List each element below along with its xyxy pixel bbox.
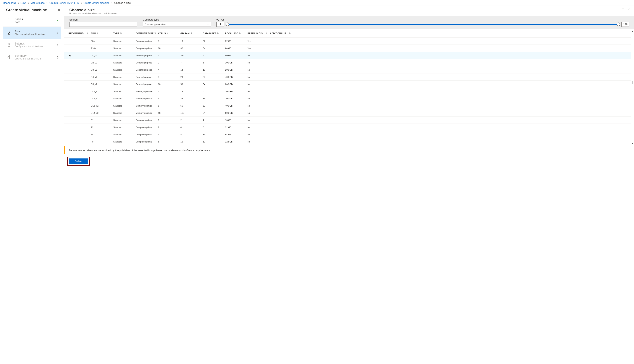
- cell-compute-type: General purpose: [136, 62, 158, 64]
- slider-handle-min[interactable]: [226, 22, 229, 26]
- cell-vcpus: 16: [158, 112, 180, 114]
- column-header-data-disks[interactable]: DATA DISKS⇅: [203, 32, 225, 34]
- close-icon[interactable]: ✕: [627, 8, 630, 12]
- column-header-premium-disk[interactable]: PREMIUM DIS…⇅: [248, 32, 270, 34]
- column-header-recommended[interactable]: RECOMMEND…⇅: [69, 32, 91, 34]
- cell-vcpus: 16: [158, 83, 180, 86]
- cell-vcpus: 2: [158, 62, 180, 64]
- cell-ram: 16: [180, 140, 203, 143]
- wizard-step-basics[interactable]: 1BasicsDone✓: [4, 14, 61, 27]
- breadcrumb-link[interactable]: Create virtual machine: [84, 2, 109, 4]
- table-row[interactable]: F1StandardCompute optimiz12416 GBNo: [64, 116, 634, 124]
- cell-vcpus: 2: [158, 90, 180, 92]
- step-number: 3: [8, 42, 13, 48]
- wizard-step-size[interactable]: 2SizeChoose virtual machine size❯: [4, 27, 61, 39]
- vcpu-min-input[interactable]: 1: [217, 22, 224, 27]
- cell-ram: 56: [180, 83, 203, 86]
- select-button[interactable]: Select: [69, 158, 88, 164]
- table-row[interactable]: D12_v2StandardMemory optimize42816200 GB…: [64, 95, 634, 102]
- cell-premium-disk: No: [248, 112, 270, 114]
- cell-ram: 3.5: [180, 54, 203, 57]
- maximize-icon[interactable]: ▢: [622, 8, 624, 12]
- cell-sku: F16s: [91, 47, 113, 50]
- cell-compute-type: Compute optimiz: [136, 40, 158, 42]
- sort-icon: ⇅: [239, 32, 241, 34]
- column-header-vcpus[interactable]: VCPUS⇅: [158, 32, 180, 34]
- table-row[interactable]: D14_v2StandardMemory optimize1611264800 …: [64, 109, 634, 116]
- cell-compute-type: General purpose: [136, 76, 158, 78]
- scroll-up-icon[interactable]: ▴: [632, 29, 633, 33]
- chevron-right-icon: ❯: [57, 44, 59, 46]
- cell-local-ssd: 16 GB: [225, 119, 248, 121]
- cell-compute-type: Compute optimiz: [136, 133, 158, 136]
- cell-premium-disk: No: [248, 133, 270, 136]
- cell-premium-disk: No: [248, 126, 270, 128]
- search-input[interactable]: [69, 22, 137, 27]
- cell-sku: D1_v2: [91, 54, 113, 57]
- chevron-down-icon: ▼: [207, 23, 209, 26]
- cell-premium-disk: Yes: [248, 40, 270, 42]
- slider-handle-max[interactable]: [617, 22, 620, 26]
- table-row[interactable]: D4_v2StandardGeneral purpose82832400 GBN…: [64, 74, 634, 80]
- info-text: Recommended sizes are determined by the …: [65, 147, 214, 154]
- table-row[interactable]: F2StandardCompute optimiz24832 GBNo: [64, 124, 634, 131]
- cell-compute-type: Compute optimiz: [136, 47, 158, 50]
- cell-type: Standard: [113, 83, 136, 86]
- cell-vcpus: 8: [158, 104, 180, 107]
- cell-compute-type: General purpose: [136, 54, 158, 57]
- step-title: Size: [15, 30, 57, 33]
- sort-icon: ⇅: [97, 32, 98, 34]
- table-row[interactable]: F4StandardCompute optimiz481664 GBNo: [64, 131, 634, 138]
- step-subtitle: Choose virtual machine size: [15, 33, 57, 36]
- step-title: Summary: [15, 54, 57, 57]
- column-header-additional[interactable]: ADDITIONAL F…⇅: [270, 32, 292, 34]
- cell-type: Standard: [113, 140, 136, 143]
- cell-local-ssd: 200 GB: [225, 98, 248, 100]
- breadcrumb-link[interactable]: Marketplace: [31, 2, 45, 4]
- column-header-type[interactable]: TYPE⇅: [113, 32, 136, 34]
- step-number: 1: [8, 17, 13, 24]
- wizard-step-summary: 4SummaryUbuntu Server 16.04 LTS❯: [4, 51, 61, 63]
- cell-local-ssd: 200 GB: [225, 69, 248, 71]
- column-header-sku[interactable]: SKU⇅: [91, 32, 113, 34]
- breadcrumb-link[interactable]: Dashboard: [3, 2, 16, 4]
- cell-data-disks: 32: [203, 76, 225, 78]
- step-subtitle: Configure optional features: [15, 45, 57, 48]
- info-bar: Recommended sizes are determined by the …: [64, 146, 634, 154]
- breadcrumb-link[interactable]: New: [21, 2, 26, 4]
- cell-local-ssd: 400 GB: [225, 76, 248, 78]
- cell-type: Standard: [113, 47, 136, 50]
- table-row[interactable]: D3_v2StandardGeneral purpose41416200 GBN…: [64, 66, 634, 74]
- scroll-thumb[interactable]: [631, 80, 633, 84]
- table-row[interactable]: F8sStandardCompute optimiz8163232 GBYes: [64, 38, 634, 45]
- compute-type-select[interactable]: Current generation ▼: [143, 22, 211, 27]
- cell-premium-disk: No: [248, 54, 270, 57]
- table-row[interactable]: D13_v2StandardMemory optimize85632400 GB…: [64, 102, 634, 109]
- cell-ram: 16: [180, 40, 203, 42]
- cell-vcpus: 8: [158, 76, 180, 78]
- close-icon[interactable]: ✕: [58, 8, 60, 12]
- chevron-right-icon: ❯: [57, 31, 59, 34]
- vcpu-slider[interactable]: [226, 22, 619, 27]
- column-header-ram[interactable]: GB RAM⇅: [180, 32, 203, 34]
- column-header-local-ssd[interactable]: LOCAL SSD⇅: [225, 32, 248, 34]
- cell-local-ssd: 32 GB: [225, 40, 248, 42]
- cell-sku: D5_v2: [91, 83, 113, 86]
- scrollbar[interactable]: ▴ ▾: [631, 29, 634, 145]
- cell-local-ssd: 50 GB: [225, 54, 248, 57]
- table-row[interactable]: D5_v2StandardGeneral purpose165664800 GB…: [64, 80, 634, 88]
- table-row[interactable]: ★D1_v2StandardGeneral purpose13.5450 GBN…: [64, 52, 634, 59]
- cell-sku: D11_v2: [91, 90, 113, 92]
- step-title: Settings: [15, 42, 57, 45]
- table-row[interactable]: F16sStandardCompute optimiz16326464 GBYe…: [64, 45, 634, 52]
- table-row[interactable]: F8StandardCompute optimiz81632128 GBNo: [64, 138, 634, 145]
- cell-premium-disk: No: [248, 62, 270, 64]
- vcpu-max-input[interactable]: 128: [621, 22, 629, 27]
- scroll-down-icon[interactable]: ▾: [632, 142, 633, 145]
- table-row[interactable]: D11_v2StandardMemory optimize2148100 GBN…: [64, 88, 634, 95]
- cell-data-disks: 4: [203, 119, 225, 121]
- breadcrumb-link[interactable]: Ubuntu Server 16.04 LTS: [49, 2, 79, 4]
- cell-premium-disk: No: [248, 119, 270, 121]
- table-row[interactable]: D2_v2StandardGeneral purpose278100 GBNo: [64, 59, 634, 66]
- column-header-compute-type[interactable]: COMPUTE TYPE⇅: [136, 32, 158, 34]
